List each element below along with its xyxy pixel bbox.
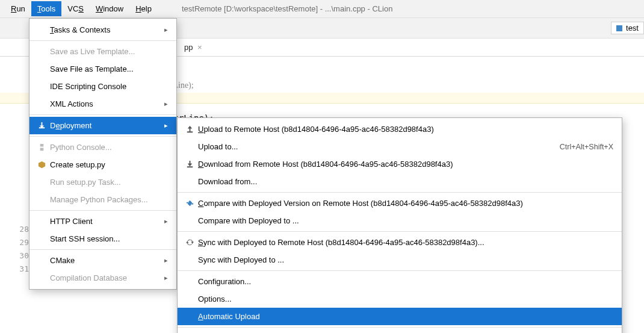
menu-download-from[interactable]: Download from...	[178, 173, 622, 190]
menu-save-file-template[interactable]: Save File as Template...	[29, 60, 176, 78]
menu-sync-remote[interactable]: Sync with Deployed to Remote Host (b8d14…	[178, 234, 622, 251]
python-icon	[36, 143, 48, 152]
deployment-submenu: Upload to Remote Host (b8d14804-6496-4a9…	[177, 117, 622, 333]
menu-compare-remote[interactable]: Compare with Deployed Version on Remote …	[178, 195, 622, 212]
menu-save-live-template[interactable]: Save as Live Template...	[29, 43, 176, 60]
menu-cmake[interactable]: CMake▸	[29, 252, 176, 269]
tools-dropdown: Tasks & Contexts▸ Save as Live Template.…	[29, 18, 177, 290]
menu-sync-to[interactable]: Sync with Deployed to ...	[178, 251, 622, 269]
menu-create-setup-py[interactable]: Create setup.py	[29, 156, 176, 173]
menu-http-client[interactable]: HTTP Client▸	[29, 213, 176, 230]
menu-manage-packages[interactable]: Manage Python Packages...	[29, 191, 176, 208]
menu-run-setup-py[interactable]: Run setup.py Task...	[29, 173, 176, 191]
menu-bar: Run Tools VCS Window Help testRemote [D:…	[0, 0, 644, 18]
window-title: testRemote [D:\workspace\testRemote] - .…	[182, 4, 392, 13]
download-icon	[184, 160, 196, 169]
menu-compilation-db[interactable]: Compilation Database▸	[29, 269, 176, 287]
gutter: 28 29 30 31	[13, 223, 29, 276]
menu-browse-remote[interactable]: Browse Remote Host	[178, 329, 622, 333]
sync-icon	[184, 238, 196, 247]
menu-deployment[interactable]: Deployment▸	[29, 117, 176, 134]
menu-python-console[interactable]: Python Console...	[29, 138, 176, 156]
upload-icon	[184, 125, 196, 134]
menu-window[interactable]: Window	[90, 1, 129, 16]
menu-upload-remote[interactable]: Upload to Remote Host (b8d14804-6496-4a9…	[178, 120, 622, 138]
menu-upload-to[interactable]: Upload to... Ctrl+Alt+Shift+X	[178, 138, 622, 155]
deploy-icon	[36, 121, 48, 130]
run-config-selector[interactable]: test	[611, 22, 644, 34]
close-icon[interactable]: ×	[197, 43, 202, 52]
menu-vcs[interactable]: VCS	[61, 1, 90, 16]
menu-tasks-contexts[interactable]: Tasks & Contexts▸	[29, 21, 176, 39]
menu-help[interactable]: Help	[129, 1, 158, 16]
menu-run[interactable]: Run	[5, 1, 31, 16]
menu-start-ssh[interactable]: Start SSH session...	[29, 230, 176, 247]
menu-download-remote[interactable]: Download from Remote Host (b8d14804-6496…	[178, 155, 622, 173]
compare-icon	[184, 199, 196, 208]
run-config-label: test	[626, 23, 639, 33]
editor-tab[interactable]: pp ×	[181, 40, 206, 54]
menu-xml-actions[interactable]: XML Actions▸	[29, 95, 176, 113]
menu-configuration[interactable]: Configuration...	[178, 273, 622, 290]
menu-tools[interactable]: Tools	[31, 1, 61, 16]
menu-compare-to[interactable]: Compare with Deployed to ...	[178, 212, 622, 229]
menu-ide-scripting[interactable]: IDE Scripting Console	[29, 78, 176, 95]
menu-automatic-upload[interactable]: Automatic Upload	[178, 308, 622, 325]
app-icon	[616, 25, 622, 31]
python-pkg-icon	[36, 160, 48, 169]
menu-options[interactable]: Options...	[178, 290, 622, 308]
